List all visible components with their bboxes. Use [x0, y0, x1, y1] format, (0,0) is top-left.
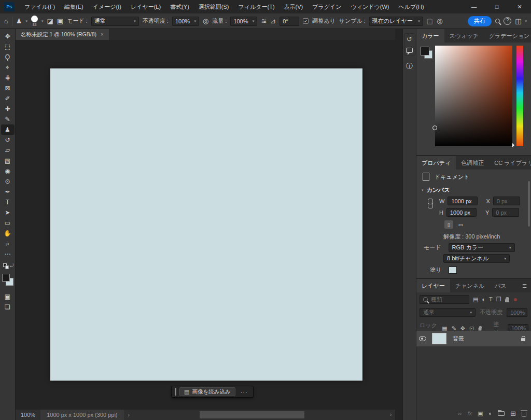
document-tab[interactable]: 名称未設定 1 @ 100% (RGB/8) × — [16, 29, 109, 40]
layer-style-icon[interactable]: fx — [467, 411, 472, 416]
tab-properties[interactable]: プロパティ — [416, 156, 456, 170]
rectangle-tool[interactable]: ▭ — [1, 218, 15, 228]
x-input[interactable]: 0 px — [493, 197, 520, 205]
home-icon[interactable]: ⌂ — [4, 18, 8, 24]
menu-edit[interactable]: 編集(E) — [60, 0, 88, 13]
minimize-button[interactable]: — — [463, 0, 485, 13]
tab-paths[interactable]: パス — [490, 279, 512, 292]
bit-depth-select[interactable]: 8 bit/チャンネル ▾ — [443, 254, 510, 263]
filter-shape-layers-icon[interactable]: ❒ — [496, 297, 501, 302]
filter-locked-layers-icon[interactable] — [505, 299, 509, 302]
foreground-color-swatch[interactable] — [2, 274, 10, 282]
brush-tool[interactable]: ✎ — [1, 114, 15, 124]
menu-type[interactable]: 書式(Y) — [165, 0, 194, 13]
quick-mask-button[interactable]: ▣ — [1, 291, 15, 302]
pen-tool[interactable]: ✒ — [1, 187, 15, 197]
color-picker-cursor[interactable] — [432, 125, 437, 130]
layer-row-background[interactable]: 背景 — [416, 331, 531, 346]
brush-settings-panel-icon[interactable]: ◪ — [47, 18, 53, 24]
brush-preset-picker[interactable]: 83 — [31, 16, 38, 26]
foreground-color-swatch[interactable] — [421, 47, 429, 55]
tab-color[interactable]: カラー — [416, 29, 444, 43]
tab-cc-libraries[interactable]: CC ライブラリ — [489, 156, 531, 170]
filter-pixel-layers-icon[interactable]: ▤ — [473, 297, 478, 302]
layer-thumbnail[interactable] — [432, 333, 446, 344]
layer-blend-mode-select[interactable]: 通常 ▾ — [420, 308, 476, 317]
edit-toolbar-button[interactable]: ⋯ — [1, 249, 15, 259]
filter-toggle[interactable] — [514, 298, 517, 301]
menu-window[interactable]: ウィンドウ(W) — [346, 0, 394, 13]
workspace-icon[interactable]: ◫ — [515, 18, 521, 24]
type-tool[interactable]: T — [1, 197, 15, 207]
gradient-tool[interactable]: ▧ — [1, 156, 15, 166]
history-panel-icon[interactable]: ↺ — [407, 36, 412, 43]
menu-file[interactable]: ファイル(F) — [20, 0, 60, 13]
pressure-size-icon[interactable]: ◎ — [437, 18, 442, 24]
move-tool[interactable]: ✥ — [1, 31, 15, 41]
horizontal-scrollbar-thumb[interactable] — [200, 411, 304, 418]
history-brush-tool[interactable]: ↺ — [1, 135, 15, 145]
new-adjustment-layer-icon[interactable]: ◐ — [488, 411, 492, 416]
canvas-fill-swatch[interactable] — [449, 267, 457, 274]
eraser-tool[interactable]: ▱ — [1, 145, 15, 156]
chevron-down-icon[interactable]: ▾ — [26, 19, 28, 23]
chevron-down-icon[interactable]: ▾ — [525, 19, 527, 23]
comments-panel-icon[interactable] — [406, 48, 413, 53]
lock-transparent-pixels-icon[interactable]: ▦ — [442, 326, 447, 331]
opacity-select[interactable]: 100% ▾ — [172, 17, 199, 26]
new-layer-icon[interactable]: ⊞ — [510, 410, 516, 417]
search-icon[interactable] — [495, 19, 500, 23]
delete-layer-icon[interactable] — [522, 412, 526, 417]
angle-input[interactable]: 0° — [280, 17, 299, 26]
tab-layers[interactable]: レイヤー — [416, 279, 450, 292]
help-icon[interactable]: ? — [504, 17, 511, 25]
layer-visibility-toggle[interactable] — [416, 336, 429, 341]
spot-healing-brush-tool[interactable]: ✚ — [1, 104, 15, 114]
menu-view[interactable]: 表示(V) — [280, 0, 308, 13]
aligned-checkbox[interactable]: ✓ — [303, 18, 309, 24]
maximize-button[interactable]: □ — [485, 0, 508, 13]
menu-layer[interactable]: レイヤー(L) — [126, 0, 165, 13]
portrait-orientation-button[interactable]: ▯ — [444, 220, 453, 229]
clone-source-panel-icon[interactable]: ▣ — [57, 18, 63, 24]
lock-all-icon[interactable] — [479, 328, 482, 330]
section-collapse-icon[interactable]: ▾ — [422, 188, 424, 192]
menu-filter[interactable]: フィルター(T) — [233, 0, 279, 13]
frame-tool[interactable]: ⊠ — [1, 83, 15, 93]
status-chevron-icon[interactable]: › — [124, 412, 134, 418]
menu-image[interactable]: イメージ(I) — [88, 0, 126, 13]
filter-adjustment-layers-icon[interactable]: ◐ — [482, 297, 485, 302]
menu-select[interactable]: 選択範囲(S) — [194, 0, 234, 13]
drag-handle[interactable] — [175, 388, 176, 396]
crop-tool[interactable]: ⋕ — [1, 73, 15, 83]
tab-swatches[interactable]: スウォッチ — [444, 29, 484, 43]
width-input[interactable]: 1000 px — [448, 197, 478, 205]
airbrush-icon[interactable]: ≋ — [261, 18, 267, 24]
hue-slider-arrow[interactable] — [512, 143, 516, 147]
link-layers-icon[interactable]: ∞ — [458, 411, 462, 416]
chevron-down-icon[interactable]: ▾ — [41, 19, 44, 23]
filter-type-layers-icon[interactable]: T — [489, 297, 493, 302]
tool-preset-clone-stamp-icon[interactable]: ♟ — [16, 18, 22, 24]
eyedropper-tool[interactable]: ✐ — [1, 93, 15, 104]
object-selection-tool[interactable]: ⌖ — [1, 62, 15, 73]
height-input[interactable]: 1000 px — [446, 208, 477, 217]
new-group-icon[interactable] — [498, 411, 505, 416]
swap-colors-icon[interactable]: ⤾ — [10, 263, 14, 269]
layer-lock-icon[interactable] — [521, 338, 525, 341]
hand-tool[interactable]: ✋ — [1, 228, 15, 239]
lock-image-pixels-icon[interactable]: ✎ — [452, 326, 456, 331]
load-image-button[interactable]: ▤ 画像を読み込み — [179, 387, 235, 396]
path-selection-tool[interactable]: ➤ — [1, 207, 15, 218]
panel-menu-icon[interactable]: ☰ — [522, 283, 527, 289]
hue-slider[interactable] — [516, 46, 523, 146]
tab-channels[interactable]: チャンネル — [450, 279, 490, 292]
scroll-right-arrow-icon[interactable]: › — [390, 412, 392, 417]
lock-artboard-icon[interactable]: ⊡ — [469, 326, 474, 331]
zoom-level[interactable]: 100% — [16, 412, 40, 418]
dodge-tool[interactable]: ⊙ — [1, 176, 15, 187]
default-swap-colors[interactable]: ⤾ — [1, 263, 15, 270]
more-options-button[interactable]: ··· — [239, 389, 250, 395]
layer-filter-input[interactable]: 種類 — [420, 295, 469, 304]
add-layer-mask-icon[interactable]: ▣ — [478, 411, 483, 416]
